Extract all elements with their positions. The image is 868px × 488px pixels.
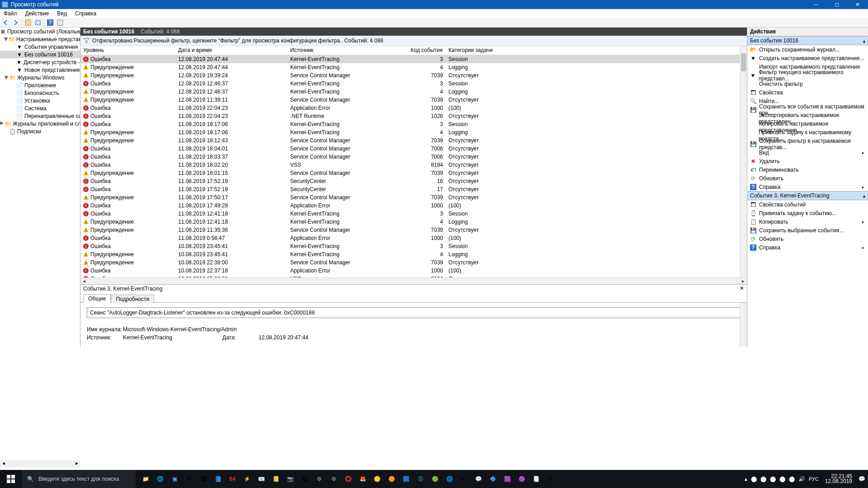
tray-icon[interactable]: ⬤ bbox=[770, 476, 776, 482]
tree-no-10016[interactable]: ▼Без события 10016 bbox=[0, 51, 80, 58]
action-event-props[interactable]: 🗔Свойства событий bbox=[747, 200, 868, 209]
taskbar-app[interactable]: 📷 bbox=[283, 470, 297, 488]
taskbar-app[interactable]: 🟪 bbox=[500, 470, 514, 488]
tree-new-view[interactable]: ▼Новое представление bbox=[0, 66, 80, 74]
tree-mgmt-events[interactable]: ▼События управления bbox=[0, 43, 80, 51]
action-filter-current[interactable]: ▼Фильтр текущего настраиваемого представ… bbox=[747, 71, 868, 80]
actions-section-view[interactable]: Без события 10016▴ bbox=[747, 36, 868, 45]
taskbar-app[interactable]: 🦊 bbox=[355, 470, 370, 488]
taskbar-app[interactable]: 🖼 bbox=[297, 470, 312, 488]
taskbar-app[interactable]: ✔ bbox=[457, 470, 471, 488]
action-clear-filter[interactable]: Очистить фильтр bbox=[747, 80, 868, 88]
taskbar-search[interactable]: 🔍 Введите здесь текст для поиска bbox=[22, 470, 136, 488]
event-row[interactable]: !Ошибка11.08.2019 17:52:19SecurityCenter… bbox=[80, 177, 740, 185]
forward-button[interactable] bbox=[12, 19, 20, 27]
close-button[interactable]: ✕ bbox=[847, 0, 868, 9]
action-refresh-event[interactable]: ⟳Обновить bbox=[747, 235, 868, 243]
tray-notifications-icon[interactable]: 💬 bbox=[859, 476, 865, 482]
tab-details[interactable]: Подробности bbox=[111, 295, 154, 303]
event-row[interactable]: !Ошибка11.08.2019 19:17:06Kernel-EventTr… bbox=[80, 120, 740, 128]
tray-clock[interactable]: 22:21:45 12.08.2019 bbox=[822, 474, 855, 484]
action-create-view[interactable]: ▼Создать настраиваемое представление... bbox=[747, 54, 868, 62]
tree-app-services[interactable]: ⯈📁Журналы приложений и служб bbox=[0, 120, 80, 127]
tree-system[interactable]: 📄Система bbox=[0, 104, 80, 112]
tray-icon[interactable]: ▴ bbox=[745, 476, 747, 482]
action-properties[interactable]: 🗔Свойства bbox=[747, 88, 868, 97]
menu-help[interactable]: Справка bbox=[74, 9, 97, 18]
col-date[interactable]: Дата и время bbox=[175, 46, 288, 55]
collapse-icon[interactable]: ⯆ bbox=[4, 37, 8, 42]
tree-windows-logs[interactable]: ⯆📁Журналы Windows bbox=[0, 74, 80, 81]
tree-root[interactable]: 🖥Просмотр событий (Локальный) bbox=[0, 28, 80, 35]
event-row[interactable]: !Ошибка11.08.2019 18:02:20VSS8194Отсутст… bbox=[80, 161, 740, 169]
menu-file[interactable]: Файл bbox=[3, 9, 18, 18]
action-save-filter[interactable]: 💾Сохранить фильтр в настраиваемое предст… bbox=[747, 140, 868, 148]
event-row[interactable]: Предупреждение12.08.2019 11:39:11Service… bbox=[80, 96, 740, 104]
tray-icon[interactable]: ⬤ bbox=[760, 476, 766, 482]
taskbar-app[interactable]: 🌐 bbox=[442, 470, 457, 488]
tree-application[interactable]: 📄Приложение bbox=[0, 81, 80, 89]
event-row[interactable]: !Ошибка12.08.2019 12:46:37Kernel-EventTr… bbox=[80, 80, 740, 88]
taskbar-app[interactable]: ⚙ bbox=[182, 470, 196, 488]
action-view-submenu[interactable]: Вид▸ bbox=[747, 148, 868, 157]
taskbar-app[interactable]: 🟢 bbox=[428, 470, 442, 488]
minimize-button[interactable]: ─ bbox=[806, 0, 826, 9]
taskbar-app[interactable]: 🟣 bbox=[514, 470, 529, 488]
event-row[interactable]: !Ошибка11.08.2019 12:41:18Kernel-EventTr… bbox=[80, 210, 740, 218]
taskbar-app[interactable]: ⚙ bbox=[326, 470, 341, 488]
taskbar-app[interactable]: ⭕ bbox=[341, 470, 355, 488]
event-row[interactable]: !Ошибка10.08.2019 22:37:18Application Er… bbox=[80, 267, 740, 275]
event-row[interactable]: Предупреждение11.08.2019 12:41:18Kernel-… bbox=[80, 218, 740, 226]
taskbar-app[interactable]: 🟡 bbox=[370, 470, 384, 488]
action-refresh[interactable]: ⟳Обновить bbox=[747, 174, 868, 183]
event-row[interactable]: !Ошибка11.08.2019 17:52:19SecurityCenter… bbox=[80, 185, 740, 193]
taskbar-app[interactable]: 🟦 bbox=[399, 470, 413, 488]
tray-icon[interactable]: 🔊 bbox=[798, 476, 805, 482]
tree-devmgr[interactable]: ▼Диспетчер устройств - V bbox=[0, 58, 80, 66]
taskbar-app[interactable]: 🔷 bbox=[486, 470, 500, 488]
taskbar-app[interactable]: ⚙ bbox=[312, 470, 326, 488]
event-vscroll[interactable] bbox=[740, 46, 747, 277]
expand-icon[interactable]: ⯈ bbox=[0, 121, 5, 126]
tree-custom-views[interactable]: ⯆📁Настраиваемые представления bbox=[0, 35, 80, 43]
taskbar-app[interactable]: 📑 bbox=[529, 470, 543, 488]
event-row[interactable]: Предупреждение12.08.2019 20:47:44Kernel-… bbox=[80, 63, 740, 71]
collapse-icon[interactable]: ⯆ bbox=[4, 75, 9, 80]
event-row[interactable]: Предупреждение10.08.2019 22:38:00Service… bbox=[80, 258, 740, 267]
taskbar-app[interactable]: 💬 bbox=[471, 470, 486, 488]
event-row[interactable]: Предупреждение12.08.2019 19:39:24Service… bbox=[80, 71, 740, 80]
back-button[interactable] bbox=[2, 19, 10, 27]
event-row[interactable]: Предупреждение11.08.2019 19:17:06Kernel-… bbox=[80, 128, 740, 136]
tree-setup[interactable]: 📄Установка bbox=[0, 97, 80, 104]
event-row[interactable]: Предупреждение11.08.2019 11:35:36Service… bbox=[80, 226, 740, 234]
taskbar-app[interactable]: 📁 bbox=[138, 470, 153, 488]
detail-close-button[interactable]: ✕ bbox=[739, 285, 745, 291]
taskbar-app[interactable]: 🟠 bbox=[384, 470, 399, 488]
tree-subscriptions[interactable]: 📋Подписки bbox=[0, 127, 80, 135]
start-button[interactable] bbox=[0, 470, 22, 488]
tab-general[interactable]: Общие bbox=[83, 294, 111, 303]
action-delete[interactable]: ✖Удалить bbox=[747, 157, 868, 165]
maximize-button[interactable]: ◻ bbox=[826, 0, 847, 9]
taskbar-app[interactable]: 📘 bbox=[211, 470, 225, 488]
event-hscroll[interactable]: ◂▸ bbox=[80, 277, 747, 284]
event-row[interactable]: Предупреждение11.08.2019 18:01:15Service… bbox=[80, 169, 740, 177]
tool-btn-1[interactable] bbox=[24, 19, 32, 27]
action-help-event[interactable]: ?Справка▸ bbox=[747, 243, 868, 252]
taskbar-app[interactable]: 🖼 bbox=[196, 470, 211, 488]
taskbar-app[interactable]: ⚡ bbox=[240, 470, 254, 488]
taskbar-app[interactable]: ▣ bbox=[167, 470, 182, 488]
event-row[interactable]: !Ошибка10.08.2019 23:45:41Kernel-EventTr… bbox=[80, 242, 740, 250]
col-source[interactable]: Источник bbox=[288, 46, 391, 55]
action-copy[interactable]: 📋Копировать▸ bbox=[747, 217, 868, 226]
taskbar-app[interactable]: 64 bbox=[225, 470, 240, 488]
tray-icon[interactable]: ⬤ bbox=[751, 476, 757, 482]
action-open-saved-log[interactable]: 📂Открыть сохраненный журнал... bbox=[747, 45, 868, 54]
menu-view[interactable]: Вид bbox=[56, 9, 68, 18]
col-level[interactable]: Уровень bbox=[80, 46, 175, 55]
tray-lang[interactable]: РУС bbox=[809, 476, 819, 482]
tree-security[interactable]: 📄Безопасность bbox=[0, 89, 80, 97]
event-row[interactable]: !Ошибка11.08.2019 18:04:01Service Contro… bbox=[80, 145, 740, 153]
event-row[interactable]: !Ошибка11.08.2019 22:04:23Application Er… bbox=[80, 104, 740, 112]
help-icon[interactable]: ? bbox=[46, 19, 54, 27]
